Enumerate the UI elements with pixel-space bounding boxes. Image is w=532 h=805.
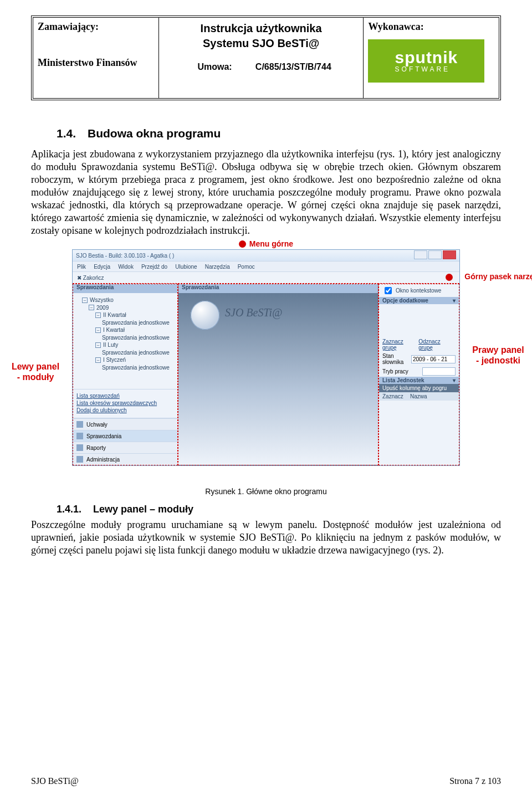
contract-key: Umowa: xyxy=(191,62,253,72)
field-label: Stan słownika xyxy=(382,353,411,365)
callout-right-panel: Prawy panel- jednostki xyxy=(464,345,532,366)
center-header: Sprawozdania xyxy=(178,284,378,293)
module-bar[interactable]: Administracja xyxy=(73,453,177,465)
callout-toolbar: Górny pasek narzędzi xyxy=(464,272,532,281)
orderer-value: Ministerstwo Finansów xyxy=(38,57,154,69)
center-panel: Sprawozdania SJO BeSTi@ xyxy=(178,284,378,465)
callout-menu: Menu górne xyxy=(249,239,293,248)
module-bars: Uchwały Sprawozdania Raporty Administrac… xyxy=(73,418,177,465)
module-icon xyxy=(76,421,83,428)
logo-text-big: sputnik xyxy=(395,49,458,66)
window-title: SJO Bestia - Build: 3.00.103 - Agatka ( … xyxy=(76,253,174,259)
callout-left-panel: Lewy panel- moduły xyxy=(3,361,68,382)
callout-dot-icon xyxy=(239,240,246,248)
subsection-title: Lewy panel – moduły xyxy=(93,504,193,515)
sputnik-logo: sputnik SOFTWARE xyxy=(368,39,484,83)
figure-caption: Rysunek 1. Główne okno programu xyxy=(31,487,501,496)
subsection-heading: 1.4.1.Lewy panel – moduły xyxy=(57,504,501,515)
left-panel-links: Lista sprawozdań Lista okresów sprawozda… xyxy=(73,389,177,418)
link[interactable]: Lista okresów sprawozdawczych xyxy=(76,400,174,406)
paragraph-1: Aplikacja jest zbudowana z wykorzystanie… xyxy=(31,148,501,237)
drop-hint: Upuść kolumnę aby pogru xyxy=(379,384,459,392)
right-section-header: Opcje dodatkowe ▾ xyxy=(379,297,459,304)
section-title: Budowa okna programu xyxy=(88,127,221,140)
contractor-label: Wykonawca: xyxy=(368,21,494,33)
menu-item[interactable]: Pomoc xyxy=(238,264,255,270)
module-bar[interactable]: Uchwały xyxy=(73,418,177,430)
header-frame: Zamawiający: Ministerstwo Finansów Instr… xyxy=(31,16,501,100)
module-icon xyxy=(76,444,83,451)
left-panel-header: Sprawozdania xyxy=(73,284,177,293)
doc-title-2: Systemu SJO BeSTi@ xyxy=(163,37,359,50)
contract-value: C/685/13/ST/B/744 xyxy=(255,62,331,72)
footer-right: Strona 7 z 103 xyxy=(449,776,501,786)
right-section-header: Lista Jednostek ▾ xyxy=(379,377,459,384)
app-logo-icon xyxy=(191,301,219,330)
titlebar: SJO Bestia - Build: 3.00.103 - Agatka ( … xyxy=(73,250,459,261)
field-label: Tryb pracy xyxy=(382,368,408,375)
link[interactable]: Lista sprawozdań xyxy=(76,393,174,399)
menu-item[interactable]: Narzędzia xyxy=(205,264,230,270)
section-number: 1.4. xyxy=(57,127,88,140)
toolbar[interactable]: ✖ Zakończ Górny pasek narzędzi xyxy=(73,272,459,284)
date-input[interactable] xyxy=(411,355,456,363)
app-brand-text: SJO BeSTi@ xyxy=(225,306,282,319)
left-panel: Sprawozdania –Wszystko –2009 –II Kwartał… xyxy=(73,284,178,465)
col-header: Zaznacz xyxy=(382,393,408,399)
subsection-number: 1.4.1. xyxy=(57,504,93,515)
mode-input[interactable] xyxy=(422,367,456,376)
close-button[interactable]: ✖ Zakończ xyxy=(77,275,104,281)
menu-item[interactable]: Ulubione xyxy=(175,264,197,270)
menu-item[interactable]: Przejdź do xyxy=(141,264,167,270)
module-icon xyxy=(76,456,83,463)
nav-tree[interactable]: –Wszystko –2009 –II Kwartał Sprawozdania… xyxy=(73,293,177,373)
module-icon xyxy=(76,433,83,439)
link[interactable]: Zaznacz grupę xyxy=(382,339,418,351)
link[interactable]: Odznacz grupę xyxy=(418,339,456,351)
link[interactable]: Dodaj do ulubionych xyxy=(76,407,174,413)
orderer-label: Zamawiający: xyxy=(38,21,154,33)
context-checkbox[interactable] xyxy=(385,287,392,294)
paragraph-2: Poszczególne moduły programu uruchamiane… xyxy=(31,519,501,557)
col-header: Nazwa xyxy=(410,393,427,399)
callout-dot-icon xyxy=(446,274,453,281)
section-heading: 1.4.Budowa okna programu xyxy=(57,127,501,140)
logo-text-small: SOFTWARE xyxy=(395,66,458,73)
footer-left: SJO BeSTi@ xyxy=(31,776,79,786)
menu-item[interactable]: Edycja xyxy=(94,264,110,270)
menu-item[interactable]: Widok xyxy=(118,264,134,270)
right-panel: Okno kontekstowe Opcje dodatkowe ▾ Zazna… xyxy=(378,284,459,465)
app-screenshot: SJO Bestia - Build: 3.00.103 - Agatka ( … xyxy=(72,249,460,466)
menubar[interactable]: Plik Edycja Widok Przejdź do Ulubione Na… xyxy=(73,261,459,272)
window-buttons[interactable] xyxy=(413,250,456,260)
menu-item[interactable]: Plik xyxy=(77,264,86,270)
doc-title-1: Instrukcja użytkownika xyxy=(163,22,359,35)
module-bar[interactable]: Sprawozdania xyxy=(73,430,177,442)
module-bar[interactable]: Raporty xyxy=(73,442,177,453)
